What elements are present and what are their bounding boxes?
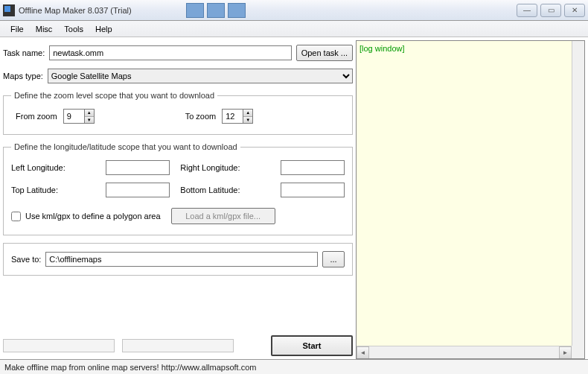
log-scrollbar-horizontal[interactable]: ◄ ►	[357, 346, 572, 358]
minimize-button[interactable]: —	[517, 4, 537, 17]
task-name-input[interactable]	[49, 45, 291, 60]
maps-type-label: Maps type:	[3, 72, 43, 80]
task-name-label: Task name:	[3, 48, 45, 57]
save-to-label: Save to:	[11, 255, 41, 264]
status-text: Make offline map from online map servers…	[4, 363, 257, 372]
save-group: Save to: ...	[3, 243, 353, 276]
top-lat-input[interactable]	[106, 183, 170, 197]
scroll-right-icon[interactable]: ►	[559, 346, 572, 359]
from-zoom-down[interactable]: ▼	[85, 117, 94, 124]
progress-bar-2	[122, 339, 234, 352]
from-zoom-up[interactable]: ▲	[85, 110, 94, 117]
titlebar-misc-icon	[186, 3, 204, 18]
titlebar-misc-icon	[207, 3, 225, 18]
titlebar: Offline Map Maker 8.037 (Trial) — ▭ ✕	[0, 0, 588, 21]
scroll-corner	[572, 346, 584, 358]
from-zoom-label: From zoom	[16, 112, 57, 121]
browse-button[interactable]: ...	[322, 251, 345, 267]
load-kml-button[interactable]: Load a kml/gpx file...	[171, 208, 275, 224]
menu-file[interactable]: File	[4, 23, 30, 35]
save-to-input[interactable]	[45, 252, 318, 267]
right-lon-input[interactable]	[281, 160, 345, 175]
progress-bar-1	[3, 339, 115, 352]
titlebar-icons	[186, 3, 246, 18]
to-zoom-label: To zoom	[185, 112, 217, 121]
menu-tools[interactable]: Tools	[58, 23, 89, 35]
bbox-group: Define the longitude/latitude scope that…	[3, 142, 353, 235]
to-zoom-input[interactable]	[222, 109, 243, 124]
log-window[interactable]: [log window] ◄ ►	[356, 40, 585, 359]
from-zoom-input[interactable]	[63, 109, 84, 124]
bbox-legend: Define the longitude/latitude scope that…	[11, 142, 240, 151]
use-kml-label: Use kml/gpx to define a polygon area	[25, 212, 161, 221]
window-title: Offline Map Maker 8.037 (Trial)	[19, 6, 132, 15]
log-placeholder: [log window]	[359, 44, 405, 53]
to-zoom-up[interactable]: ▲	[243, 110, 252, 117]
open-task-button[interactable]: Open task ...	[296, 45, 353, 61]
zoom-scope-group: Define the zoom level scope that you wan…	[3, 91, 353, 135]
menu-help[interactable]: Help	[89, 23, 118, 35]
maximize-button[interactable]: ▭	[540, 4, 561, 17]
right-lon-label: Right Longitude:	[180, 163, 270, 172]
left-lon-label: Left Longitude:	[11, 163, 95, 172]
log-scrollbar-vertical[interactable]	[572, 41, 584, 346]
menubar: File Misc Tools Help	[0, 21, 588, 37]
bottom-lat-label: Bottom Latitude:	[180, 186, 270, 194]
titlebar-misc-icon	[228, 3, 246, 18]
close-button[interactable]: ✕	[564, 4, 585, 17]
zoom-legend: Define the zoom level scope that you wan…	[11, 91, 217, 100]
app-icon	[3, 4, 15, 16]
maps-type-select[interactable]: Google Satellite Maps	[48, 69, 353, 83]
top-lat-label: Top Latitude:	[11, 186, 95, 194]
bottom-lat-input[interactable]	[281, 183, 345, 197]
scroll-left-icon[interactable]: ◄	[357, 346, 369, 359]
menu-misc[interactable]: Misc	[30, 23, 59, 35]
left-lon-input[interactable]	[106, 160, 170, 175]
start-button[interactable]: Start	[271, 335, 353, 356]
status-bar: Make offline map from online map servers…	[0, 359, 588, 374]
use-kml-checkbox[interactable]	[11, 212, 21, 221]
to-zoom-down[interactable]: ▼	[243, 117, 252, 124]
